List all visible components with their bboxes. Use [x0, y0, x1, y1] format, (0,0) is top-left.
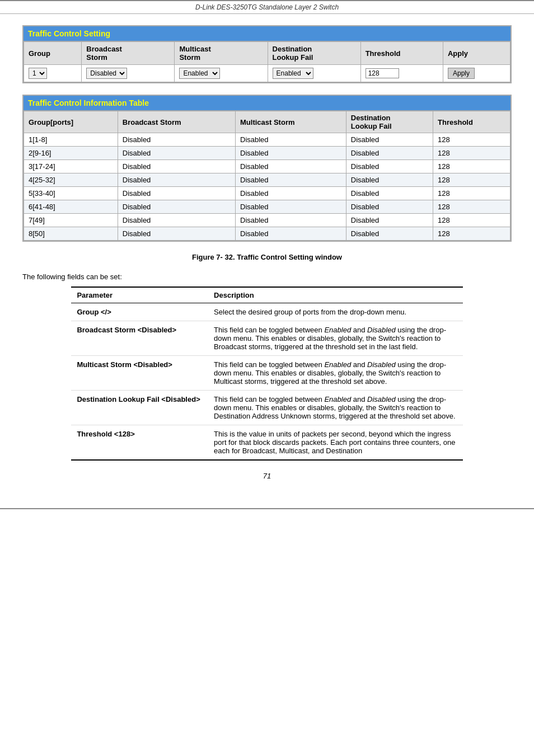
info-row-dest: Disabled: [346, 133, 433, 147]
desc-table-row: Threshold <128>This is the value in unit…: [71, 425, 462, 461]
desc-param-cell: Broadcast Storm <Disabled>: [71, 321, 208, 356]
info-table-row: 4[25-32]DisabledDisabledDisabled128: [24, 173, 510, 187]
info-col-group: Group[ports]: [24, 111, 118, 133]
info-row-broadcast: Disabled: [118, 214, 235, 227]
info-row-broadcast: Disabled: [118, 227, 235, 241]
info-col-multicast: Multicast Storm: [236, 111, 346, 133]
info-row-broadcast: Disabled: [118, 173, 235, 187]
apply-button[interactable]: Apply: [448, 68, 475, 79]
control-setting-table: Group BroadcastStorm MulticastStorm Dest…: [24, 41, 510, 82]
info-table-row: 1[1-8]DisabledDisabledDisabled128: [24, 133, 510, 147]
info-row-multicast: Disabled: [236, 133, 346, 147]
col-apply: Apply: [443, 42, 510, 65]
threshold-cell: [360, 65, 443, 82]
col-group: Group: [24, 42, 82, 65]
info-table-row: 8[50]DisabledDisabledDisabled128: [24, 227, 510, 241]
info-row-broadcast: Disabled: [118, 160, 235, 173]
desc-param-cell: Multicast Storm <Disabled>: [71, 356, 208, 391]
main-content: Traffic Control Setting Group BroadcastS…: [0, 14, 534, 503]
info-row-multicast: Disabled: [236, 200, 346, 214]
info-row-group: 4[25-32]: [24, 173, 118, 187]
traffic-control-info-panel: Traffic Control Information Table Group[…: [22, 95, 512, 242]
info-table-row: 6[41-48]DisabledDisabledDisabled128: [24, 200, 510, 214]
info-row-group: 5[33-40]: [24, 187, 118, 200]
desc-table-row: Broadcast Storm <Disabled>This field can…: [71, 321, 462, 356]
info-row-dest: Disabled: [346, 173, 433, 187]
desc-intro: The following fields can be set:: [22, 273, 512, 281]
info-row-broadcast: Disabled: [118, 187, 235, 200]
info-row-group: 3[17-24]: [24, 160, 118, 173]
col-dest-lookup: DestinationLookup Fail: [268, 42, 360, 65]
desc-table-row: Group </>Select the desired group of por…: [71, 303, 462, 321]
desc-desc-cell: Select the desired group of ports from t…: [208, 303, 462, 321]
info-table-row: 5[33-40]DisabledDisabledDisabled128: [24, 187, 510, 200]
dest-lookup-select[interactable]: Enabled Disabled: [273, 68, 313, 79]
col-broadcast-storm: BroadcastStorm: [82, 42, 175, 65]
info-row-multicast: Disabled: [236, 227, 346, 241]
info-row-dest: Disabled: [346, 200, 433, 214]
info-row-threshold: 128: [433, 147, 510, 160]
page-number: 71: [22, 472, 512, 480]
info-row-group: 1[1-8]: [24, 133, 118, 147]
info-row-threshold: 128: [433, 173, 510, 187]
desc-table-row: Destination Lookup Fail <Disabled>This f…: [71, 391, 462, 425]
desc-param-cell: Threshold <128>: [71, 425, 208, 461]
info-col-broadcast: Broadcast Storm: [118, 111, 235, 133]
traffic-control-setting-panel: Traffic Control Setting Group BroadcastS…: [22, 25, 512, 83]
group-cell: 1 2 3 4 5 6 7 8: [24, 65, 82, 82]
info-row-group: 6[41-48]: [24, 200, 118, 214]
desc-table-row: Multicast Storm <Disabled>This field can…: [71, 356, 462, 391]
group-select[interactable]: 1 2 3 4 5 6 7 8: [29, 68, 47, 79]
info-row-broadcast: Disabled: [118, 133, 235, 147]
info-row-multicast: Disabled: [236, 160, 346, 173]
bottom-bar: [0, 508, 534, 509]
multicast-storm-select[interactable]: Enabled Disabled: [179, 68, 220, 79]
description-section: The following fields can be set: Paramet…: [22, 273, 512, 461]
info-row-threshold: 128: [433, 200, 510, 214]
desc-table: Parameter Description Group </>Select th…: [71, 287, 462, 461]
apply-cell: Apply: [443, 65, 510, 82]
info-table-row: 3[17-24]DisabledDisabledDisabled128: [24, 160, 510, 173]
traffic-control-info-header: Traffic Control Information Table: [24, 96, 510, 111]
info-row-multicast: Disabled: [236, 147, 346, 160]
threshold-input[interactable]: [366, 68, 399, 78]
header-title: D-Link DES-3250TG Standalone Layer 2 Swi…: [195, 3, 339, 11]
info-row-multicast: Disabled: [236, 187, 346, 200]
desc-desc-cell: This is the value in units of packets pe…: [208, 425, 462, 461]
broadcast-storm-select[interactable]: Disabled Enabled: [86, 68, 127, 79]
info-row-threshold: 128: [433, 214, 510, 227]
info-row-multicast: Disabled: [236, 214, 346, 227]
info-col-threshold: Threshold: [433, 111, 510, 133]
info-row-group: 2[9-16]: [24, 147, 118, 160]
info-row-dest: Disabled: [346, 147, 433, 160]
multicast-storm-cell: Enabled Disabled: [175, 65, 268, 82]
info-row-threshold: 128: [433, 160, 510, 173]
col-threshold: Threshold: [360, 42, 443, 65]
traffic-control-setting-header: Traffic Control Setting: [24, 26, 510, 41]
broadcast-storm-cell: Disabled Enabled: [82, 65, 175, 82]
info-table-row: 2[9-16]DisabledDisabledDisabled128: [24, 147, 510, 160]
info-table-row: 7[49]DisabledDisabledDisabled128: [24, 214, 510, 227]
info-row-multicast: Disabled: [236, 173, 346, 187]
desc-desc-header: Description: [208, 287, 462, 303]
info-row-group: 8[50]: [24, 227, 118, 241]
col-multicast-storm: MulticastStorm: [175, 42, 268, 65]
desc-desc-cell: This field can be toggled between Enable…: [208, 356, 462, 391]
desc-param-cell: Destination Lookup Fail <Disabled>: [71, 391, 208, 425]
info-row-group: 7[49]: [24, 214, 118, 227]
dest-lookup-cell: Enabled Disabled: [268, 65, 360, 82]
control-setting-row: 1 2 3 4 5 6 7 8 Disabled E: [24, 65, 510, 82]
info-col-dest: DestinationLookup Fail: [346, 111, 433, 133]
info-row-dest: Disabled: [346, 160, 433, 173]
page-header: D-Link DES-3250TG Standalone Layer 2 Swi…: [0, 0, 534, 14]
desc-desc-cell: This field can be toggled between Enable…: [208, 321, 462, 356]
info-table: Group[ports] Broadcast Storm Multicast S…: [24, 111, 510, 241]
info-row-dest: Disabled: [346, 187, 433, 200]
info-row-broadcast: Disabled: [118, 200, 235, 214]
desc-header-row: Parameter Description: [71, 287, 462, 303]
info-row-threshold: 128: [433, 133, 510, 147]
info-row-broadcast: Disabled: [118, 147, 235, 160]
desc-desc-cell: This field can be toggled between Enable…: [208, 391, 462, 425]
desc-param-cell: Group </>: [71, 303, 208, 321]
control-table-header-row: Group BroadcastStorm MulticastStorm Dest…: [24, 42, 510, 65]
